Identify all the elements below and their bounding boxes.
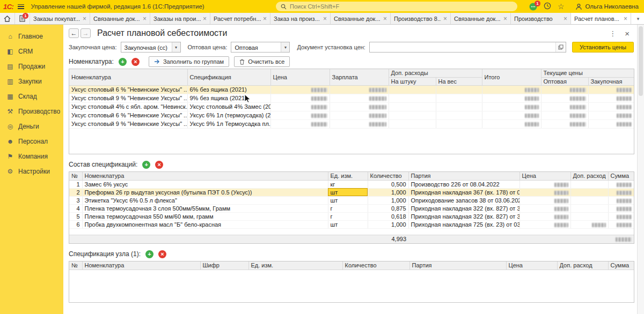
cell-total[interactable]	[482, 102, 541, 111]
sidebar-item-production[interactable]: ⚒Производство	[0, 104, 63, 119]
delete-row-icon[interactable]: ×	[158, 250, 166, 258]
sidebar-item-warehouse[interactable]: ▦Склад	[0, 89, 63, 104]
cell-total[interactable]	[482, 94, 541, 102]
main-menu-icon[interactable]	[18, 4, 24, 9]
tab-4[interactable]: Расчет потребн...×	[210, 13, 270, 24]
col-salary[interactable]: Зарплата	[330, 69, 389, 85]
cell-purchase[interactable]	[588, 85, 634, 94]
user-menu[interactable]: Ольга Николаевна	[575, 3, 639, 10]
cell-total[interactable]	[482, 119, 541, 128]
sidebar-item-settings[interactable]: ⚙Настройки	[0, 164, 63, 179]
cell-total[interactable]	[482, 111, 541, 119]
col-batch[interactable]: Партия	[409, 261, 506, 270]
cell-unit[interactable]: кг	[328, 180, 368, 188]
cell-extra-cost[interactable]	[570, 180, 608, 188]
add-row-icon[interactable]: +	[142, 161, 150, 169]
col-number[interactable]: №	[69, 172, 82, 180]
cell-price[interactable]	[270, 94, 330, 102]
col-per-weight[interactable]: На вес	[436, 77, 482, 85]
favorites-icon[interactable]: ☆	[558, 3, 565, 10]
cell-unit[interactable]: г	[328, 212, 368, 220]
col-extra-cost[interactable]: Доп. расход	[557, 261, 608, 270]
nomenclature-row[interactable]: Уксус столовый 9 % "Невинские Уксусы" ..…	[69, 94, 634, 102]
cell-purchase[interactable]	[588, 111, 634, 119]
tab-9[interactable]: Производство×	[511, 13, 571, 24]
cell-price[interactable]	[270, 119, 330, 128]
cell-nomenclature[interactable]: Уксус столовый 9 % "Невинские Уксусы" ..…	[69, 94, 187, 102]
cell-nomenclature[interactable]: Пленка термоусадочная 550 мм/60 мкм, гра…	[82, 212, 328, 220]
nomenclature-table[interactable]: Номенклатура Спецификация Цена Зарплата …	[69, 69, 634, 154]
cell-price[interactable]	[519, 204, 570, 212]
cell-number[interactable]: 3	[69, 196, 82, 204]
cell-number[interactable]: 4	[69, 204, 82, 212]
cell-purchase[interactable]	[588, 102, 634, 111]
col-code[interactable]: Шифр	[200, 261, 248, 270]
cell-total[interactable]	[482, 85, 541, 94]
cell-price[interactable]	[519, 188, 570, 196]
cell-nomenclature[interactable]: Пленка термоусадочная 3 слоя 500мм/55мкм…	[82, 204, 328, 212]
tab-list-dropdown[interactable]: ▾	[632, 13, 644, 24]
col-price[interactable]: Цена	[270, 69, 330, 85]
nomenclature-row[interactable]: Уксус столовый 6 % "Невинские Уксусы" ..…	[69, 111, 634, 119]
composition-row[interactable]: 1Замес 6% уксускг0,500Производство 226 о…	[69, 180, 634, 188]
tab-5[interactable]: Заказ на произ...×	[270, 13, 331, 24]
cell-salary[interactable]	[330, 111, 389, 119]
pinned-notifications-tab[interactable]: 1	[15, 13, 30, 24]
cell-number[interactable]: 6	[69, 220, 82, 228]
nomenclature-row[interactable]: Уксус столовый 6 % "Невинские Уксусы" ..…	[69, 85, 634, 94]
sidebar-item-company[interactable]: ⚑Компания	[0, 149, 63, 164]
cell-salary[interactable]	[330, 94, 389, 102]
cell-batch[interactable]: Приходная накладная 367 (вх. 178) от 04.…	[408, 188, 519, 196]
cell-purchase[interactable]	[588, 119, 634, 128]
tab-3[interactable]: Заказы на прои...×	[150, 13, 210, 24]
col-quantity[interactable]: Количество	[368, 172, 408, 180]
col-nomenclature[interactable]: Номенклатура	[82, 261, 200, 270]
close-window-icon[interactable]: ×	[625, 29, 630, 38]
tab-close-icon[interactable]: ×	[503, 16, 507, 22]
cell-per-weight[interactable]	[436, 119, 482, 128]
col-sum[interactable]: Сумма	[608, 172, 634, 180]
tab-close-icon[interactable]: ×	[263, 16, 267, 22]
composition-row[interactable]: 2Преформа 26 гр выдутая уксусная (бутылк…	[69, 188, 634, 196]
cell-extra-cost[interactable]	[570, 220, 608, 228]
cell-price[interactable]	[519, 196, 570, 204]
cell-quantity[interactable]: 1,000	[368, 196, 408, 204]
cell-salary[interactable]	[330, 85, 389, 94]
node-spec-table[interactable]: № Номенклатура Шифр Ед. изм. Количество …	[69, 261, 634, 303]
cell-extra-cost[interactable]	[570, 204, 608, 212]
set-prices-button[interactable]: Установить цены	[572, 42, 634, 53]
cell-nomenclature[interactable]: Уксус столовый 4% с ябл. аром. "Невинск.…	[69, 102, 187, 111]
cell-unit[interactable]: шт	[328, 188, 368, 196]
cell-per-weight[interactable]	[436, 102, 482, 111]
cell-quantity[interactable]: 0,618	[368, 212, 408, 220]
delete-row-icon[interactable]: ×	[131, 58, 140, 66]
cell-number[interactable]: 5	[69, 212, 82, 220]
add-row-icon[interactable]: +	[145, 250, 153, 258]
choose-document-icon[interactable]	[555, 42, 566, 52]
cell-number[interactable]: 1	[69, 180, 82, 188]
tab-close-icon[interactable]: ×	[203, 16, 207, 22]
sidebar-item-crm[interactable]: ◧CRM	[0, 44, 63, 59]
col-quantity[interactable]: Количество	[342, 261, 409, 270]
home-tab[interactable]	[0, 13, 15, 24]
cell-nomenclature[interactable]: Уксус столовый 6 % "Невинские Уксусы" ..…	[69, 85, 187, 94]
purchase-price-select[interactable]: Закупочная (сс) ▾	[121, 42, 181, 53]
history-icon[interactable]	[544, 2, 551, 11]
cell-price[interactable]	[519, 212, 570, 220]
col-specification[interactable]: Спецификация	[187, 69, 270, 85]
cell-extra-cost[interactable]	[570, 188, 608, 196]
col-current-prices[interactable]: Текущие цены	[541, 69, 634, 77]
cell-per-weight[interactable]	[436, 111, 482, 119]
cell-wholesale[interactable]	[541, 85, 588, 94]
sidebar-item-home[interactable]: ⌂Главное	[0, 29, 63, 44]
wholesale-price-select[interactable]: Оптовая ▾	[231, 42, 290, 53]
col-wholesale[interactable]: Оптовая	[541, 77, 588, 85]
cell-nomenclature[interactable]: Уксус столовый 9 % "Невинские Уксусы" ..…	[69, 119, 187, 128]
cell-quantity[interactable]: 0,500	[368, 180, 408, 188]
cell-quantity[interactable]: 1,000	[368, 188, 408, 196]
cell-nomenclature[interactable]: Этикетка "Уксус 6% 0.5 л флекса"	[82, 196, 328, 204]
cell-quantity[interactable]: 1,000	[368, 220, 408, 228]
composition-row[interactable]: 6Пробка двухкомпонентная масл "Б" бело-к…	[69, 220, 634, 228]
tab-close-icon[interactable]: ×	[383, 16, 387, 22]
col-nomenclature[interactable]: Номенклатура	[69, 69, 187, 85]
